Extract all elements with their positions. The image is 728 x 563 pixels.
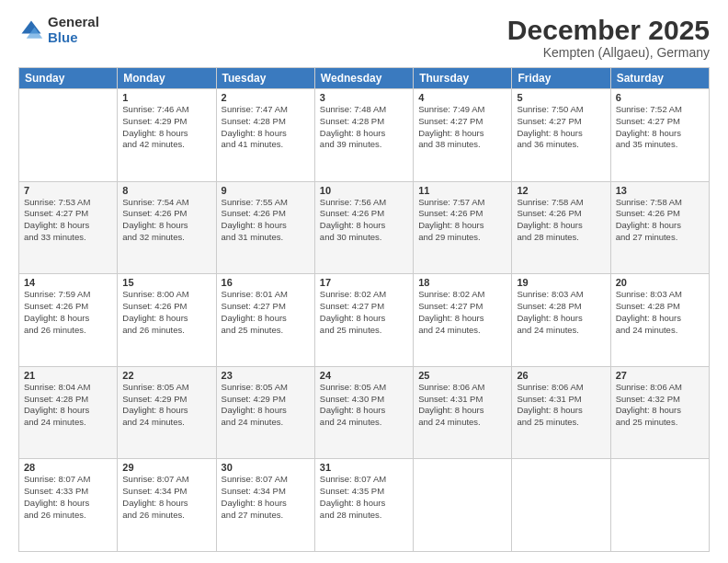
day-info: Sunrise: 7:58 AMSunset: 4:26 PMDaylight:… [517,197,605,244]
day-info: Sunrise: 8:06 AMSunset: 4:31 PMDaylight:… [517,382,605,429]
day-number: 20 [616,277,704,288]
day-number: 30 [222,462,310,473]
day-number: 29 [122,462,210,473]
calendar-cell [610,459,709,552]
day-info: Sunrise: 8:03 AMSunset: 4:28 PMDaylight:… [616,289,704,336]
calendar-cell: 18Sunrise: 8:02 AMSunset: 4:27 PMDayligh… [414,274,512,367]
day-info: Sunrise: 7:54 AMSunset: 4:26 PMDaylight:… [122,197,210,244]
calendar-week-2: 7Sunrise: 7:53 AMSunset: 4:27 PMDaylight… [19,181,710,274]
day-info: Sunrise: 8:04 AMSunset: 4:28 PMDaylight:… [24,382,112,429]
logo-blue: Blue [48,30,99,46]
calendar-cell: 29Sunrise: 8:07 AMSunset: 4:34 PMDayligh… [118,459,216,552]
calendar-cell: 20Sunrise: 8:03 AMSunset: 4:28 PMDayligh… [610,274,709,367]
title-area: December 2025 Kempten (Allgaeu), Germany [507,15,710,60]
day-info: Sunrise: 8:02 AMSunset: 4:27 PMDaylight:… [320,289,408,336]
page: General Blue December 2025 Kempten (Allg… [0,0,728,563]
day-number: 26 [517,370,605,381]
day-number: 21 [24,370,112,381]
day-number: 1 [122,92,210,103]
day-number: 4 [418,92,506,103]
calendar-cell: 24Sunrise: 8:05 AMSunset: 4:30 PMDayligh… [314,366,413,459]
day-info: Sunrise: 8:07 AMSunset: 4:34 PMDaylight:… [122,474,210,521]
day-info: Sunrise: 8:05 AMSunset: 4:30 PMDaylight:… [320,382,408,429]
day-info: Sunrise: 7:48 AMSunset: 4:28 PMDaylight:… [320,104,408,151]
day-number: 10 [320,185,408,196]
calendar-cell: 16Sunrise: 8:01 AMSunset: 4:27 PMDayligh… [216,274,314,367]
day-number: 7 [24,185,112,196]
logo-text: General Blue [48,15,99,45]
day-info: Sunrise: 7:47 AMSunset: 4:28 PMDaylight:… [222,104,310,151]
day-number: 18 [418,277,506,288]
day-info: Sunrise: 8:02 AMSunset: 4:27 PMDaylight:… [418,289,506,336]
day-number: 5 [517,92,605,103]
calendar-cell: 1Sunrise: 7:46 AMSunset: 4:29 PMDaylight… [118,89,216,182]
day-info: Sunrise: 7:56 AMSunset: 4:26 PMDaylight:… [320,197,408,244]
day-number: 27 [616,370,704,381]
calendar-week-5: 28Sunrise: 8:07 AMSunset: 4:33 PMDayligh… [19,459,710,552]
day-number: 9 [222,185,310,196]
calendar-cell [19,89,118,182]
calendar-cell: 31Sunrise: 8:07 AMSunset: 4:35 PMDayligh… [314,459,413,552]
calendar-cell: 13Sunrise: 7:58 AMSunset: 4:26 PMDayligh… [610,181,709,274]
weekday-header-wednesday: Wednesday [314,68,413,89]
calendar-cell: 17Sunrise: 8:02 AMSunset: 4:27 PMDayligh… [314,274,413,367]
day-number: 13 [616,185,704,196]
calendar-cell [414,459,512,552]
day-info: Sunrise: 7:52 AMSunset: 4:27 PMDaylight:… [616,104,704,151]
calendar-cell: 10Sunrise: 7:56 AMSunset: 4:26 PMDayligh… [314,181,413,274]
day-number: 2 [222,92,310,103]
day-number: 14 [24,277,112,288]
weekday-header-saturday: Saturday [610,68,709,89]
calendar-week-1: 1Sunrise: 7:46 AMSunset: 4:29 PMDaylight… [19,89,710,182]
day-info: Sunrise: 8:07 AMSunset: 4:34 PMDaylight:… [222,474,310,521]
calendar-cell [512,459,610,552]
day-info: Sunrise: 7:55 AMSunset: 4:26 PMDaylight:… [222,197,310,244]
day-info: Sunrise: 8:05 AMSunset: 4:29 PMDaylight:… [222,382,310,429]
day-number: 3 [320,92,408,103]
day-info: Sunrise: 8:01 AMSunset: 4:27 PMDaylight:… [222,289,310,336]
weekday-header-sunday: Sunday [19,68,118,89]
calendar-body: 1Sunrise: 7:46 AMSunset: 4:29 PMDaylight… [19,89,710,552]
header: General Blue December 2025 Kempten (Allg… [18,15,710,60]
calendar-cell: 22Sunrise: 8:05 AMSunset: 4:29 PMDayligh… [118,366,216,459]
calendar-cell: 21Sunrise: 8:04 AMSunset: 4:28 PMDayligh… [19,366,118,459]
day-info: Sunrise: 8:00 AMSunset: 4:26 PMDaylight:… [122,289,210,336]
calendar-cell: 12Sunrise: 7:58 AMSunset: 4:26 PMDayligh… [512,181,610,274]
day-number: 12 [517,185,605,196]
calendar-week-4: 21Sunrise: 8:04 AMSunset: 4:28 PMDayligh… [19,366,710,459]
calendar-cell: 11Sunrise: 7:57 AMSunset: 4:26 PMDayligh… [414,181,512,274]
location-subtitle: Kempten (Allgaeu), Germany [507,45,710,60]
day-info: Sunrise: 8:06 AMSunset: 4:32 PMDaylight:… [616,382,704,429]
day-info: Sunrise: 8:06 AMSunset: 4:31 PMDaylight:… [418,382,506,429]
calendar-cell: 28Sunrise: 8:07 AMSunset: 4:33 PMDayligh… [19,459,118,552]
calendar-cell: 15Sunrise: 8:00 AMSunset: 4:26 PMDayligh… [118,274,216,367]
day-info: Sunrise: 7:50 AMSunset: 4:27 PMDaylight:… [517,104,605,151]
calendar-cell: 2Sunrise: 7:47 AMSunset: 4:28 PMDaylight… [216,89,314,182]
calendar-cell: 4Sunrise: 7:49 AMSunset: 4:27 PMDaylight… [414,89,512,182]
day-number: 22 [122,370,210,381]
day-number: 23 [222,370,310,381]
month-title: December 2025 [507,15,710,45]
calendar-cell: 25Sunrise: 8:06 AMSunset: 4:31 PMDayligh… [414,366,512,459]
day-number: 28 [24,462,112,473]
logo-general: General [48,15,99,30]
day-info: Sunrise: 8:03 AMSunset: 4:28 PMDaylight:… [517,289,605,336]
calendar-cell: 6Sunrise: 7:52 AMSunset: 4:27 PMDaylight… [610,89,709,182]
day-number: 16 [222,277,310,288]
calendar: SundayMondayTuesdayWednesdayThursdayFrid… [18,67,710,552]
day-info: Sunrise: 7:53 AMSunset: 4:27 PMDaylight:… [24,197,112,244]
calendar-week-3: 14Sunrise: 7:59 AMSunset: 4:26 PMDayligh… [19,274,710,367]
calendar-cell: 26Sunrise: 8:06 AMSunset: 4:31 PMDayligh… [512,366,610,459]
weekday-header-row: SundayMondayTuesdayWednesdayThursdayFrid… [19,68,710,89]
calendar-cell: 30Sunrise: 8:07 AMSunset: 4:34 PMDayligh… [216,459,314,552]
weekday-header-thursday: Thursday [414,68,512,89]
day-info: Sunrise: 8:07 AMSunset: 4:35 PMDaylight:… [320,474,408,521]
day-number: 11 [418,185,506,196]
day-number: 6 [616,92,704,103]
day-number: 31 [320,462,408,473]
day-number: 24 [320,370,408,381]
weekday-header-tuesday: Tuesday [216,68,314,89]
day-info: Sunrise: 8:05 AMSunset: 4:29 PMDaylight:… [122,382,210,429]
day-number: 17 [320,277,408,288]
calendar-cell: 3Sunrise: 7:48 AMSunset: 4:28 PMDaylight… [314,89,413,182]
